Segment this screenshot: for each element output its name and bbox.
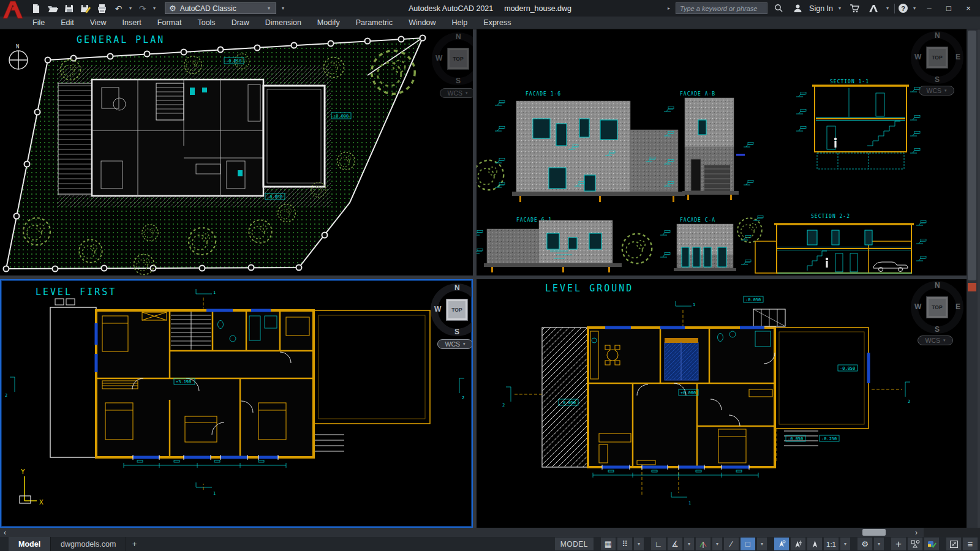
viewcube-north[interactable]: N xyxy=(454,283,460,292)
autocad-logo-icon[interactable] xyxy=(1,0,24,20)
menu-draw[interactable]: Draw xyxy=(224,17,257,29)
viewcube[interactable]: N S W E TOP xyxy=(909,29,965,86)
menu-view[interactable]: View xyxy=(82,17,115,29)
horizontal-scrollbar[interactable]: ‹ › xyxy=(0,528,924,537)
scroll-right-arrow[interactable]: › xyxy=(911,528,921,537)
viewport-general-plan[interactable]: GENERAL PLAN N xyxy=(0,29,473,276)
ortho-mode-toggle[interactable]: ∟ xyxy=(651,538,666,550)
viewcube[interactable]: N S W E TOP xyxy=(429,282,473,338)
viewcube-east[interactable]: E xyxy=(956,302,960,311)
save-as-button[interactable] xyxy=(78,2,93,15)
menu-format[interactable]: Format xyxy=(149,17,190,29)
menu-parametric[interactable]: Parametric xyxy=(348,17,401,29)
viewcube-north[interactable]: N xyxy=(935,281,940,290)
viewport-elevations[interactable]: FACADE 1-6 FACADE A-B xyxy=(477,29,967,276)
wcs-dropdown-arrow[interactable]: ▾ xyxy=(463,342,466,347)
viewcube-west[interactable]: W xyxy=(435,54,442,62)
redo-button[interactable]: ↷ xyxy=(135,2,150,15)
customization-button[interactable]: ≡ xyxy=(963,538,978,550)
menu-insert[interactable]: Insert xyxy=(115,17,149,29)
viewcube-south[interactable]: S xyxy=(454,328,459,336)
workspace-dropdown[interactable]: ⚙ AutoCAD Classic ▾ xyxy=(165,2,276,14)
menu-file[interactable]: File xyxy=(24,17,53,29)
horizontal-scroll-thumb[interactable] xyxy=(862,529,886,536)
viewcube-top-face[interactable]: TOP xyxy=(447,299,467,320)
polar-tracking-toggle[interactable]: ∡ xyxy=(668,538,682,550)
search-icon[interactable] xyxy=(771,2,786,15)
snap-mode-toggle[interactable]: ⠿ xyxy=(617,538,632,550)
viewcube-north[interactable]: N xyxy=(456,32,461,41)
wcs-dropdown[interactable]: WCS ▾ xyxy=(918,335,953,345)
open-file-button[interactable] xyxy=(45,2,60,15)
vertical-scroll-thumb[interactable] xyxy=(968,31,976,280)
viewcube-west[interactable]: W xyxy=(914,53,921,61)
wcs-dropdown[interactable]: WCS ▾ xyxy=(919,86,954,96)
annotation-monitor-icon[interactable]: + xyxy=(891,538,906,550)
isolate-objects-button[interactable] xyxy=(908,538,922,550)
close-button[interactable]: × xyxy=(960,2,976,15)
viewcube-top-face[interactable]: TOP xyxy=(927,297,948,318)
object-snap-dropdown[interactable]: ▾ xyxy=(757,538,767,550)
menu-tools[interactable]: Tools xyxy=(189,17,223,29)
clean-screen-button[interactable] xyxy=(946,538,961,550)
menu-dimension[interactable]: Dimension xyxy=(257,17,309,29)
autodesk-app-dropdown[interactable]: ▾ xyxy=(884,6,891,11)
model-space-toggle[interactable]: MODEL xyxy=(555,538,594,550)
new-layout-button[interactable]: + xyxy=(126,539,142,549)
sign-in-button[interactable]: Sign In xyxy=(809,4,833,13)
viewport-level-ground[interactable]: LEVEL GROUND 1 1 2 2 xyxy=(477,279,967,528)
menu-help[interactable]: Help xyxy=(444,17,476,29)
wcs-dropdown[interactable]: WCS ▾ xyxy=(440,88,473,98)
viewcube-north[interactable]: N xyxy=(935,31,940,40)
viewport-level-first[interactable]: LEVEL FIRST 1 1 2 2 xyxy=(0,279,473,528)
viewcube-east[interactable]: E xyxy=(956,53,960,61)
object-snap-tracking-toggle[interactable]: ∕ xyxy=(724,538,739,550)
polar-dropdown[interactable]: ▾ xyxy=(684,538,694,550)
vertical-scrollbar[interactable] xyxy=(967,29,978,528)
undo-dropdown[interactable]: ▾ xyxy=(127,6,134,11)
annotation-scale-value[interactable]: 1:1 xyxy=(824,538,839,550)
viewcube-south[interactable]: S xyxy=(935,325,940,334)
tab-layout-dwgmodels[interactable]: dwgmodels.com xyxy=(51,537,126,551)
search-input[interactable] xyxy=(676,2,767,14)
annotation-visibility-toggle[interactable] xyxy=(774,538,789,550)
help-icon[interactable]: ? xyxy=(899,4,908,13)
menu-window[interactable]: Window xyxy=(401,17,443,29)
save-button[interactable] xyxy=(61,2,77,15)
tab-model[interactable]: Model xyxy=(9,537,51,551)
viewcube[interactable]: N S W E TOP xyxy=(430,31,473,87)
viewcube-south[interactable]: S xyxy=(456,77,461,85)
wcs-dropdown[interactable]: WCS ▾ xyxy=(437,339,473,349)
menu-express[interactable]: Express xyxy=(475,17,519,29)
snap-dropdown[interactable]: ▾ xyxy=(634,538,644,550)
maximize-button[interactable]: □ xyxy=(941,2,957,15)
viewcube-west[interactable]: W xyxy=(434,305,441,313)
help-dropdown[interactable]: ▾ xyxy=(911,6,918,11)
autoscale-toggle[interactable] xyxy=(791,538,805,550)
viewcube-top-face[interactable]: TOP xyxy=(448,48,469,69)
menu-edit[interactable]: Edit xyxy=(53,17,82,29)
toolbar-overflow-dropdown[interactable]: ▾ xyxy=(277,6,288,11)
annotation-scale-dropdown[interactable]: ▾ xyxy=(840,538,850,550)
new-file-button[interactable] xyxy=(28,2,43,15)
isodraft-toggle[interactable] xyxy=(696,538,710,550)
infocenter-arrow[interactable]: ▸ xyxy=(666,6,672,11)
isodraft-dropdown[interactable]: ▾ xyxy=(712,538,722,550)
app-store-cart-icon[interactable] xyxy=(846,2,862,15)
viewcube-west[interactable]: W xyxy=(914,302,921,311)
wcs-dropdown-arrow[interactable]: ▾ xyxy=(466,91,468,96)
graphics-performance-button[interactable] xyxy=(924,538,939,550)
plot-button[interactable] xyxy=(94,2,110,15)
redo-dropdown[interactable]: ▾ xyxy=(151,6,157,11)
wcs-dropdown-arrow[interactable]: ▾ xyxy=(944,88,947,93)
minimize-button[interactable]: – xyxy=(921,2,937,15)
user-icon[interactable] xyxy=(790,2,805,15)
sign-in-dropdown[interactable]: ▾ xyxy=(837,6,843,11)
object-snap-toggle[interactable]: □ xyxy=(741,538,755,550)
grid-display-toggle[interactable]: ▦ xyxy=(601,538,616,550)
undo-button[interactable]: ↶ xyxy=(111,2,126,15)
viewcube-south[interactable]: S xyxy=(935,75,940,84)
workspace-switching-button[interactable]: ⚙ xyxy=(858,538,872,550)
menu-modify[interactable]: Modify xyxy=(309,17,348,29)
viewcube-top-face[interactable]: TOP xyxy=(927,47,948,68)
